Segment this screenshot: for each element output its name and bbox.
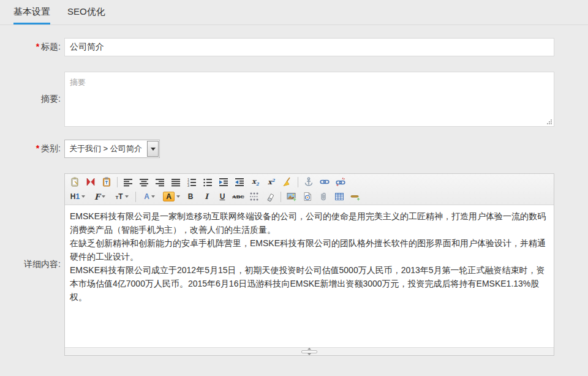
indent-increase-button[interactable] [216, 176, 232, 189]
superscript-button[interactable]: x2 [263, 176, 279, 189]
align-center-button[interactable] [136, 176, 152, 189]
category-label: *类别: [0, 143, 64, 154]
editor-content-area[interactable]: EMSKE科技有限公司是一家制造移动互联网终端设备的公司，公司的使命是用完美主义… [65, 205, 554, 347]
content-label: 详细内容: [0, 259, 64, 270]
chevron-down-icon [102, 195, 105, 198]
resize-down-arrow-icon [307, 353, 311, 355]
heading-dropdown-button[interactable]: H1 [67, 190, 89, 203]
title-row: *标题: [0, 38, 554, 56]
category-row: *类别: 关于我们 > 公司简介 [0, 140, 160, 158]
text-color-dropdown-button[interactable]: A [138, 190, 160, 203]
required-asterisk: * [36, 42, 39, 51]
align-center-icon [139, 177, 149, 187]
paste-button[interactable] [67, 176, 83, 189]
paste-plain-text-button[interactable] [83, 176, 99, 189]
textarea-resize-grip-icon[interactable] [546, 118, 553, 126]
category-select[interactable]: 关于我们 > 公司简介 [64, 140, 160, 158]
toolbar-separator [281, 192, 281, 202]
chevron-down-icon [151, 195, 155, 198]
bold-button[interactable]: B [183, 190, 198, 203]
chevron-down-icon [81, 195, 85, 198]
line-height-button[interactable] [246, 190, 262, 203]
toolbar-separator [298, 177, 298, 187]
font-size-dropdown-button[interactable]: TT [111, 190, 133, 203]
unlink-icon [336, 177, 345, 187]
eraser-icon [265, 192, 275, 201]
chevron-down-icon [176, 195, 180, 198]
align-justify-icon [171, 177, 181, 187]
broom-icon [282, 177, 292, 187]
svg-text:3: 3 [187, 184, 189, 187]
italic-button[interactable]: I [198, 190, 214, 203]
anchor-button[interactable] [301, 176, 317, 189]
rich-text-editor: 123 x2 x2 [64, 173, 554, 356]
line-height-icon [249, 192, 259, 201]
paste-from-word-icon [102, 177, 111, 187]
paste-icon [70, 177, 80, 187]
insert-hr-icon [350, 192, 360, 201]
indent-decrease-button[interactable] [232, 176, 247, 189]
chevron-down-icon [125, 195, 129, 198]
align-right-icon [155, 177, 165, 187]
insert-image-button[interactable] [284, 190, 300, 203]
ordered-list-icon: 123 [187, 177, 197, 187]
align-right-button[interactable] [152, 176, 168, 189]
link-icon [320, 177, 330, 187]
tab-seo[interactable]: SEO优化 [67, 6, 105, 24]
toolbar-separator [117, 177, 118, 187]
ordered-list-button[interactable]: 123 [184, 176, 200, 189]
clear-format-button[interactable] [279, 176, 295, 189]
unordered-list-icon [203, 177, 213, 187]
toolbar-row-2: H1 F TT A A B I U ABC [67, 189, 552, 204]
link-button[interactable] [317, 176, 333, 189]
resize-up-arrow-icon [307, 348, 311, 350]
align-justify-button[interactable] [168, 176, 184, 189]
paste-from-word-button[interactable] [99, 176, 115, 189]
insert-media-icon [303, 192, 312, 201]
insert-image-icon [287, 192, 296, 201]
toolbar-separator [135, 192, 136, 202]
subscript-button[interactable]: x2 [247, 176, 263, 189]
font-family-dropdown-button[interactable]: F [89, 190, 111, 203]
anchor-icon [304, 177, 314, 187]
insert-media-button[interactable] [300, 190, 315, 203]
chevron-down-icon [151, 148, 156, 151]
content-row: 详细内容: [0, 173, 554, 356]
title-input[interactable] [64, 38, 554, 56]
insert-hr-button[interactable] [347, 190, 363, 203]
editor-toolbar: 123 x2 x2 [65, 174, 554, 205]
required-asterisk: * [36, 143, 39, 153]
eraser-button[interactable] [262, 190, 278, 203]
unlink-button[interactable] [333, 176, 349, 189]
summary-label: 摘要: [0, 94, 64, 105]
indent-decrease-icon [235, 177, 244, 187]
indent-increase-icon [219, 177, 228, 187]
category-select-dropdown-button[interactable] [147, 141, 159, 157]
editor-resize-grip[interactable] [301, 350, 317, 353]
content-paragraph: 在缺乏创新精神和创新能力的安卓手机阵营里，EMSKE科技有限公司的团队格外擅长软… [70, 236, 549, 263]
underline-button[interactable]: U [214, 190, 230, 203]
editor-resize-bar[interactable] [65, 347, 554, 355]
strikethrough-button[interactable]: ABC [230, 190, 246, 203]
insert-table-button[interactable] [331, 190, 347, 203]
summary-textarea[interactable] [64, 72, 554, 127]
title-label: *标题: [0, 42, 64, 53]
tab-bar: 基本设置 SEO优化 [0, 0, 588, 25]
unordered-list-button[interactable] [200, 176, 216, 189]
align-left-icon [123, 177, 133, 187]
category-select-value: 关于我们 > 公司简介 [65, 140, 146, 157]
paperclip-icon [318, 192, 328, 201]
attachment-button[interactable] [315, 190, 331, 203]
content-paragraph: EMSKE科技有限公司是一家制造移动互联网终端设备的公司，公司的使命是用完美主义… [70, 209, 549, 236]
paste-plain-text-icon [86, 177, 96, 187]
highlight-color-dropdown-button[interactable]: A [160, 190, 183, 203]
toolbar-row-1: 123 x2 x2 [67, 175, 552, 189]
content-paragraph: EMSKE科技有限公司成立于2012年5月15日，初期天使投资时公司估值5000… [70, 263, 549, 304]
summary-row: 摘要: [0, 72, 554, 127]
align-left-button[interactable] [120, 176, 136, 189]
tab-basic-settings[interactable]: 基本设置 [13, 6, 50, 24]
table-icon [334, 192, 344, 201]
